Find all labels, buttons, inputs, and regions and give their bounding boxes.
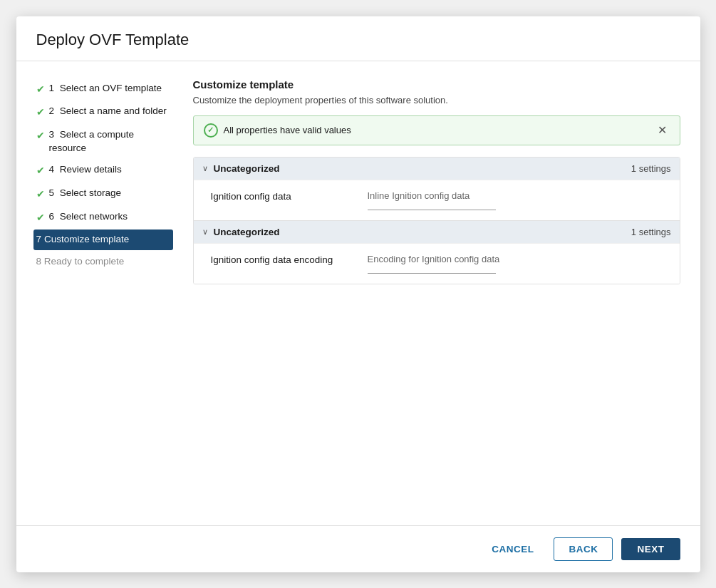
sidebar-item-step4: ✔ 4 Review details bbox=[33, 160, 173, 182]
prop-section-title-1: Uncategorized bbox=[214, 163, 626, 174]
dialog-title: Deploy OVF Template bbox=[36, 31, 680, 49]
prop-input-line-1[interactable] bbox=[368, 210, 496, 210]
prop-section-header-2[interactable]: ∨ Uncategorized 1 settings bbox=[194, 221, 680, 243]
prop-row-2: Ignition config data encoding Encoding f… bbox=[194, 243, 680, 284]
prop-value-text-1: Inline Ignition config data bbox=[368, 190, 671, 201]
sidebar-item-step1: ✔ 1 Select an OVF template bbox=[33, 78, 173, 100]
check-icon-step6: ✔ bbox=[36, 211, 45, 225]
success-icon bbox=[204, 123, 218, 138]
prop-row-1: Ignition config data Inline Ignition con… bbox=[194, 180, 680, 220]
section-title: Customize template bbox=[193, 78, 680, 91]
deploy-ovf-dialog: Deploy OVF Template ✔ 1 Select an OVF te… bbox=[16, 16, 700, 572]
prop-value-area-2: Encoding for Ignition config data bbox=[368, 254, 671, 274]
success-banner: All properties have valid values ✕ bbox=[193, 115, 680, 145]
check-icon-step2: ✔ bbox=[36, 105, 45, 120]
check-icon-step5: ✔ bbox=[36, 187, 45, 202]
sidebar-item-step5: ✔ 5 Select storage bbox=[33, 183, 173, 205]
prop-label-1: Ignition config data bbox=[211, 190, 368, 204]
properties-table: ∨ Uncategorized 1 settings Ignition conf… bbox=[193, 157, 680, 284]
sidebar-step7-label: Customize template bbox=[44, 233, 129, 247]
prop-value-text-2: Encoding for Ignition config data bbox=[368, 254, 671, 264]
chevron-icon-2: ∨ bbox=[202, 227, 208, 237]
back-button[interactable]: BACK bbox=[554, 537, 613, 561]
sidebar-item-step2: ✔ 2 Select a name and folder bbox=[33, 101, 173, 123]
sidebar-step2-label: 2 Select a name and folder bbox=[49, 105, 167, 118]
next-button[interactable]: NEXT bbox=[621, 538, 680, 560]
dialog-footer: CANCEL BACK NEXT bbox=[16, 525, 700, 572]
sidebar-step6-label: 6 Select networks bbox=[49, 210, 128, 224]
sidebar: ✔ 1 Select an OVF template ✔ 2 Select a … bbox=[16, 61, 173, 525]
prop-label-2: Ignition config data encoding bbox=[211, 254, 368, 267]
check-icon-step4: ✔ bbox=[36, 164, 45, 178]
prop-input-line-2[interactable] bbox=[368, 273, 496, 274]
dialog-header: Deploy OVF Template bbox=[16, 16, 700, 61]
check-icon-step1: ✔ bbox=[36, 83, 45, 97]
main-content: Customize template Customize the deploym… bbox=[173, 61, 700, 525]
sidebar-step3-label: 3 Select a compute resource bbox=[49, 128, 167, 155]
sidebar-step7-num: 7 bbox=[36, 233, 42, 247]
success-text: All properties have valid values bbox=[224, 125, 351, 135]
prop-section-title-2: Uncategorized bbox=[214, 227, 626, 237]
dialog-body: ✔ 1 Select an OVF template ✔ 2 Select a … bbox=[16, 61, 700, 525]
chevron-icon-1: ∨ bbox=[202, 164, 208, 173]
prop-section-count-2: 1 settings bbox=[631, 227, 671, 237]
cancel-button[interactable]: CANCEL bbox=[480, 538, 545, 560]
prop-value-area-1: Inline Ignition config data bbox=[368, 190, 671, 210]
sidebar-step8-label: 8 Ready to complete bbox=[36, 255, 125, 269]
prop-section-header-1[interactable]: ∨ Uncategorized 1 settings bbox=[194, 158, 680, 180]
sidebar-item-step6: ✔ 6 Select networks bbox=[33, 207, 173, 229]
section-desc: Customize the deployment properties of t… bbox=[193, 95, 680, 105]
sidebar-item-step7[interactable]: 7 Customize template bbox=[33, 229, 173, 250]
sidebar-item-step8: 8 Ready to complete bbox=[33, 252, 173, 272]
sidebar-step5-label: 5 Select storage bbox=[49, 187, 122, 200]
sidebar-step1-label: 1 Select an OVF template bbox=[49, 82, 162, 96]
success-banner-left: All properties have valid values bbox=[204, 123, 351, 138]
sidebar-item-step3: ✔ 3 Select a compute resource bbox=[33, 125, 173, 159]
sidebar-step4-label: 4 Review details bbox=[49, 163, 122, 177]
check-icon-step3: ✔ bbox=[36, 129, 45, 143]
close-banner-button[interactable]: ✕ bbox=[655, 123, 670, 138]
prop-section-count-1: 1 settings bbox=[631, 163, 671, 174]
